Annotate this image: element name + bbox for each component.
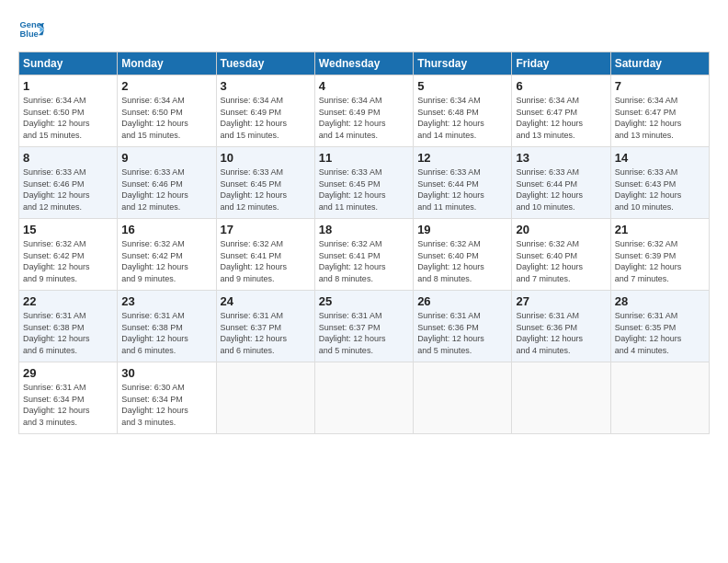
calendar-cell: 24Sunrise: 6:31 AMSunset: 6:37 PMDayligh… [216, 291, 314, 362]
day-info: Sunrise: 6:33 AMSunset: 6:44 PMDaylight:… [516, 167, 606, 213]
day-number: 17 [221, 223, 311, 236]
calendar-table: SundayMondayTuesdayWednesdayThursdayFrid… [18, 52, 710, 434]
calendar-cell: 25Sunrise: 6:31 AMSunset: 6:37 PMDayligh… [314, 291, 413, 362]
calendar-cell [512, 362, 610, 434]
day-info: Sunrise: 6:33 AMSunset: 6:45 PMDaylight:… [221, 167, 311, 213]
day-number: 29 [23, 366, 113, 380]
day-info: Sunrise: 6:32 AMSunset: 6:41 PMDaylight:… [221, 238, 311, 284]
day-info: Sunrise: 6:31 AMSunset: 6:38 PMDaylight:… [23, 310, 113, 356]
day-info: Sunrise: 6:34 AMSunset: 6:49 PMDaylight:… [319, 95, 409, 141]
week-row-4: 22Sunrise: 6:31 AMSunset: 6:38 PMDayligh… [19, 291, 710, 362]
day-header-tuesday: Tuesday [216, 52, 314, 75]
day-number: 21 [615, 223, 705, 236]
day-number: 22 [23, 294, 113, 308]
day-info: Sunrise: 6:34 AMSunset: 6:47 PMDaylight:… [516, 95, 606, 141]
week-row-1: 1Sunrise: 6:34 AMSunset: 6:50 PMDaylight… [19, 75, 710, 147]
day-number: 11 [319, 151, 409, 165]
day-number: 7 [615, 79, 705, 93]
day-number: 3 [221, 79, 311, 93]
day-info: Sunrise: 6:31 AMSunset: 6:37 PMDaylight:… [319, 310, 409, 356]
day-info: Sunrise: 6:31 AMSunset: 6:37 PMDaylight:… [221, 310, 311, 356]
calendar-cell [314, 362, 413, 434]
day-info: Sunrise: 6:33 AMSunset: 6:46 PMDaylight:… [23, 167, 113, 213]
svg-text:Blue: Blue [20, 29, 39, 39]
day-number: 9 [121, 151, 211, 165]
day-info: Sunrise: 6:33 AMSunset: 6:45 PMDaylight:… [319, 167, 409, 213]
day-info: Sunrise: 6:32 AMSunset: 6:42 PMDaylight:… [121, 238, 211, 284]
calendar-cell: 11Sunrise: 6:33 AMSunset: 6:45 PMDayligh… [314, 147, 413, 219]
day-number: 30 [121, 366, 211, 380]
day-number: 23 [121, 294, 211, 308]
days-header-row: SundayMondayTuesdayWednesdayThursdayFrid… [19, 52, 710, 75]
calendar-cell: 8Sunrise: 6:33 AMSunset: 6:46 PMDaylight… [19, 147, 118, 219]
day-info: Sunrise: 6:31 AMSunset: 6:34 PMDaylight:… [23, 382, 113, 428]
calendar-cell [414, 362, 512, 434]
day-header-sunday: Sunday [19, 52, 118, 75]
day-number: 8 [23, 151, 113, 165]
calendar-cell: 4Sunrise: 6:34 AMSunset: 6:49 PMDaylight… [314, 75, 413, 147]
day-number: 4 [319, 79, 409, 93]
calendar-cell: 12Sunrise: 6:33 AMSunset: 6:44 PMDayligh… [414, 147, 512, 219]
day-number: 18 [319, 223, 409, 236]
day-header-friday: Friday [512, 52, 610, 75]
day-info: Sunrise: 6:32 AMSunset: 6:39 PMDaylight:… [615, 238, 705, 284]
calendar-cell: 14Sunrise: 6:33 AMSunset: 6:43 PMDayligh… [610, 147, 709, 219]
day-info: Sunrise: 6:31 AMSunset: 6:35 PMDaylight:… [615, 310, 705, 356]
day-info: Sunrise: 6:34 AMSunset: 6:48 PMDaylight:… [417, 95, 507, 141]
day-info: Sunrise: 6:33 AMSunset: 6:43 PMDaylight:… [615, 167, 705, 213]
calendar-cell: 19Sunrise: 6:32 AMSunset: 6:40 PMDayligh… [414, 219, 512, 291]
calendar-cell: 29Sunrise: 6:31 AMSunset: 6:34 PMDayligh… [19, 362, 118, 434]
day-header-monday: Monday [118, 52, 216, 75]
calendar-cell: 22Sunrise: 6:31 AMSunset: 6:38 PMDayligh… [19, 291, 118, 362]
day-number: 12 [417, 151, 507, 165]
day-info: Sunrise: 6:33 AMSunset: 6:44 PMDaylight:… [417, 167, 507, 213]
day-number: 6 [516, 79, 606, 93]
page: General Blue SundayMondayTuesdayWednesda… [0, 0, 728, 563]
day-info: Sunrise: 6:33 AMSunset: 6:46 PMDaylight:… [121, 167, 211, 213]
calendar-cell: 21Sunrise: 6:32 AMSunset: 6:39 PMDayligh… [610, 219, 709, 291]
day-info: Sunrise: 6:32 AMSunset: 6:42 PMDaylight:… [23, 238, 113, 284]
calendar-cell: 5Sunrise: 6:34 AMSunset: 6:48 PMDaylight… [414, 75, 512, 147]
day-number: 24 [221, 294, 311, 308]
calendar-cell: 3Sunrise: 6:34 AMSunset: 6:49 PMDaylight… [216, 75, 314, 147]
day-info: Sunrise: 6:34 AMSunset: 6:50 PMDaylight:… [23, 95, 113, 141]
day-info: Sunrise: 6:30 AMSunset: 6:34 PMDaylight:… [121, 382, 211, 428]
calendar-cell: 18Sunrise: 6:32 AMSunset: 6:41 PMDayligh… [314, 219, 413, 291]
calendar-cell: 6Sunrise: 6:34 AMSunset: 6:47 PMDaylight… [512, 75, 610, 147]
day-info: Sunrise: 6:34 AMSunset: 6:49 PMDaylight:… [221, 95, 311, 141]
calendar-cell [216, 362, 314, 434]
day-number: 19 [417, 223, 507, 236]
calendar-cell: 23Sunrise: 6:31 AMSunset: 6:38 PMDayligh… [118, 291, 216, 362]
day-info: Sunrise: 6:31 AMSunset: 6:36 PMDaylight:… [516, 310, 606, 356]
day-number: 13 [516, 151, 606, 165]
day-number: 20 [516, 223, 606, 236]
header: General Blue [18, 17, 710, 42]
day-number: 5 [417, 79, 507, 93]
calendar-cell: 30Sunrise: 6:30 AMSunset: 6:34 PMDayligh… [118, 362, 216, 434]
day-header-saturday: Saturday [610, 52, 709, 75]
week-row-3: 15Sunrise: 6:32 AMSunset: 6:42 PMDayligh… [19, 219, 710, 291]
day-number: 14 [615, 151, 705, 165]
day-info: Sunrise: 6:32 AMSunset: 6:40 PMDaylight:… [417, 238, 507, 284]
day-info: Sunrise: 6:34 AMSunset: 6:50 PMDaylight:… [121, 95, 211, 141]
calendar-cell: 10Sunrise: 6:33 AMSunset: 6:45 PMDayligh… [216, 147, 314, 219]
day-info: Sunrise: 6:34 AMSunset: 6:47 PMDaylight:… [615, 95, 705, 141]
week-row-5: 29Sunrise: 6:31 AMSunset: 6:34 PMDayligh… [19, 362, 710, 434]
calendar-cell: 27Sunrise: 6:31 AMSunset: 6:36 PMDayligh… [512, 291, 610, 362]
calendar-cell: 17Sunrise: 6:32 AMSunset: 6:41 PMDayligh… [216, 219, 314, 291]
day-number: 25 [319, 294, 409, 308]
day-number: 27 [516, 294, 606, 308]
calendar-cell: 20Sunrise: 6:32 AMSunset: 6:40 PMDayligh… [512, 219, 610, 291]
day-number: 15 [23, 223, 113, 236]
calendar-cell: 26Sunrise: 6:31 AMSunset: 6:36 PMDayligh… [414, 291, 512, 362]
day-info: Sunrise: 6:31 AMSunset: 6:38 PMDaylight:… [121, 310, 211, 356]
day-number: 2 [121, 79, 211, 93]
logo-icon: General Blue [18, 17, 44, 42]
day-header-thursday: Thursday [414, 52, 512, 75]
day-number: 26 [417, 294, 507, 308]
calendar-cell: 28Sunrise: 6:31 AMSunset: 6:35 PMDayligh… [610, 291, 709, 362]
day-info: Sunrise: 6:31 AMSunset: 6:36 PMDaylight:… [417, 310, 507, 356]
day-header-wednesday: Wednesday [314, 52, 413, 75]
calendar-cell: 15Sunrise: 6:32 AMSunset: 6:42 PMDayligh… [19, 219, 118, 291]
calendar-cell: 13Sunrise: 6:33 AMSunset: 6:44 PMDayligh… [512, 147, 610, 219]
